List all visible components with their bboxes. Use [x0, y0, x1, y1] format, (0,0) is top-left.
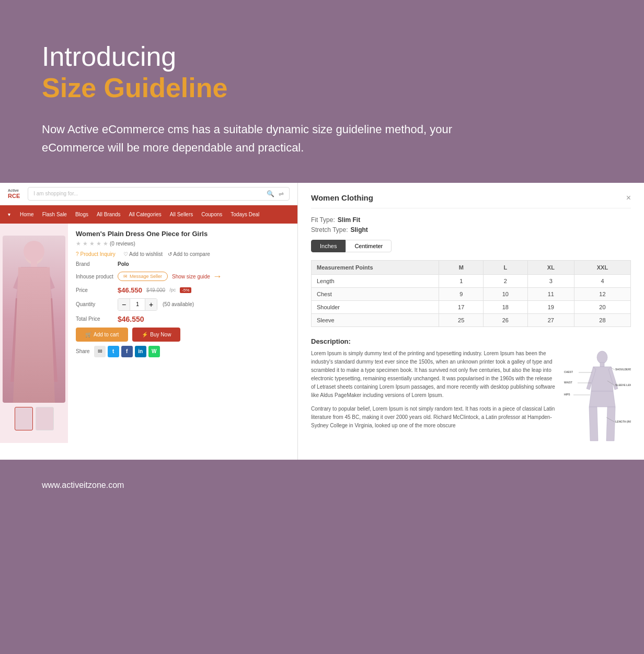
message-seller-button[interactable]: ✉ Message Seller	[118, 272, 168, 281]
old-price: $49.000	[146, 287, 165, 293]
modal-title: Women Clothing	[311, 193, 373, 202]
col-m: M	[439, 260, 484, 274]
nav-all-sellers[interactable]: All Sellers	[166, 209, 197, 219]
inhouse-label: Inhouse product	[76, 274, 118, 279]
hero-description: Now Active eCommerce cms has a suitable …	[42, 120, 470, 157]
close-button[interactable]: ×	[626, 193, 631, 203]
svg-point-0	[24, 241, 44, 262]
measurement-table: Measurement Points M L XL XXL Length 1 2…	[311, 260, 631, 327]
star-5: ★	[103, 240, 108, 247]
action-buttons: 🛒 Add to cart ⚡ Buy Now	[76, 328, 290, 342]
description-title: Description:	[311, 337, 631, 345]
tab-inches[interactable]: Inches	[311, 240, 346, 252]
message-icon: ✉	[123, 274, 128, 279]
share-label: Share	[76, 348, 90, 354]
svg-text:CHEST: CHEST	[564, 370, 573, 373]
tab-centimeter[interactable]: Centimeter	[346, 240, 392, 252]
quantity-increase-button[interactable]: +	[145, 299, 157, 310]
quantity-input[interactable]	[130, 299, 145, 310]
shop-logo: Active RCE	[8, 189, 20, 199]
brand-label: Brand	[76, 261, 118, 267]
nav-flash-sale[interactable]: Flash Sale	[38, 209, 71, 219]
fit-type-row: Fit Type: Slim Fit	[311, 216, 631, 224]
share-email-icon[interactable]: ✉	[94, 346, 106, 357]
size-guide-link[interactable]: Show size guide	[172, 274, 210, 279]
col-measurement: Measurement Points	[312, 260, 439, 274]
table-head: Measurement Points M L XL XXL	[312, 260, 631, 274]
desc-paragraph-1: Lorem Ipsum is simply dummy text of the …	[311, 349, 555, 400]
nav-coupons[interactable]: Coupons	[197, 209, 226, 219]
star-2: ★	[83, 240, 88, 247]
col-xxl: XXL	[574, 260, 630, 274]
fit-info: Fit Type: Slim Fit Stretch Type: Slight	[311, 216, 631, 233]
wishlist-link[interactable]: ♡ Add to wishlist	[123, 251, 163, 257]
measurement-xxl: 28	[574, 313, 630, 326]
nav-home[interactable]: Home	[16, 209, 38, 219]
filter-icon[interactable]: ⇌	[279, 190, 284, 197]
share-facebook-icon[interactable]: f	[121, 346, 133, 357]
quantity-label: Quantity	[76, 301, 118, 307]
nav-dropdown[interactable]: ▾	[8, 212, 10, 217]
measurement-xxl: 20	[574, 300, 630, 313]
measurement-l: 26	[484, 313, 528, 326]
share-whatsapp-icon[interactable]: W	[148, 346, 160, 357]
product-thumb-2[interactable]	[36, 407, 54, 430]
measurement-point: Shoulder	[312, 300, 439, 313]
svg-text:HIPS: HIPS	[564, 393, 570, 396]
search-bar[interactable]: I am shopping for... 🔍 ⇌	[28, 187, 290, 201]
price-display: $46.550 $49.000 /pc -5%	[118, 286, 191, 294]
fit-type-value: Slim Fit	[338, 216, 360, 224]
measurement-m: 17	[439, 300, 484, 313]
search-icon[interactable]: 🔍	[267, 190, 274, 197]
nav-todays-deal[interactable]: Todays Deal	[226, 209, 263, 219]
star-1: ★	[76, 240, 81, 247]
body-diagram: CHEST SHOULDERS WAIST SLEEVE LENGTH HIPS	[563, 349, 631, 456]
buy-now-button[interactable]: ⚡ Buy Now	[132, 328, 180, 342]
lightning-icon: ⚡	[142, 332, 148, 337]
wishlist-compare: ♡ Add to wishlist ↺ Add to compare	[123, 251, 210, 257]
discount-badge: -5%	[180, 287, 191, 293]
table-row: Sleeve 25 26 27 28	[312, 313, 631, 326]
price-row: Price $46.550 $49.000 /pc -5%	[76, 286, 290, 294]
inquiry-icon: ?	[76, 251, 79, 257]
quantity-stepper: − +	[118, 298, 157, 311]
nav-all-brands[interactable]: All Brands	[93, 209, 125, 219]
compare-link[interactable]: ↺ Add to compare	[168, 251, 210, 257]
svg-point-4	[597, 351, 607, 364]
product-main-image	[3, 236, 65, 403]
search-placeholder: I am shopping for...	[33, 191, 78, 196]
quantity-decrease-button[interactable]: −	[118, 299, 130, 310]
share-linkedin-icon[interactable]: in	[135, 346, 146, 357]
product-inquiry-row: ? Product Inquiry ♡ Add to wishlist ↺ Ad…	[76, 251, 290, 257]
brand-row: Brand Polo	[76, 261, 290, 267]
share-twitter-icon[interactable]: t	[108, 346, 119, 357]
stretch-type-value: Slight	[350, 226, 367, 233]
table-row: Chest 9 10 11 12	[312, 287, 631, 300]
measurement-xxl: 12	[574, 287, 630, 300]
measurement-l: 18	[484, 300, 528, 313]
stretch-type-label: Stretch Type:	[311, 226, 348, 233]
product-thumb-1[interactable]	[15, 407, 33, 430]
product-rating: ★ ★ ★ ★ ★ (0 reviews)	[76, 240, 290, 247]
star-3: ★	[89, 240, 95, 247]
screenshot-area: Active RCE I am shopping for... 🔍 ⇌ ▾ Ho…	[0, 183, 644, 460]
measurement-m: 9	[439, 287, 484, 300]
measurement-xl: 19	[527, 300, 574, 313]
description-text: Lorem Ipsum is simply dummy text of the …	[311, 349, 555, 456]
add-to-cart-button[interactable]: 🛒 Add to cart	[76, 328, 128, 342]
fit-type-label: Fit Type:	[311, 216, 335, 224]
star-4: ★	[96, 240, 101, 247]
measurement-xl: 11	[527, 287, 574, 300]
shop-header: Active RCE I am shopping for... 🔍 ⇌	[0, 183, 297, 205]
nav-all-categories[interactable]: All Categories	[125, 209, 166, 219]
nav-blogs[interactable]: Blogs	[71, 209, 93, 219]
hero-section: Introducing Size Guideline Now Active eC…	[0, 0, 644, 183]
measurement-l: 2	[484, 274, 528, 287]
modal-header: Women Clothing ×	[311, 193, 631, 208]
product-inquiry-link[interactable]: ? Product Inquiry	[76, 251, 116, 257]
hero-intro: Introducing	[42, 42, 602, 72]
brand-value: Polo	[118, 261, 129, 267]
product-area: Women's Plain Dress One Piece for Girls …	[0, 224, 297, 443]
footer-url: www.activeitzone.com	[42, 481, 124, 489]
product-title: Women's Plain Dress One Piece for Girls	[76, 230, 290, 238]
